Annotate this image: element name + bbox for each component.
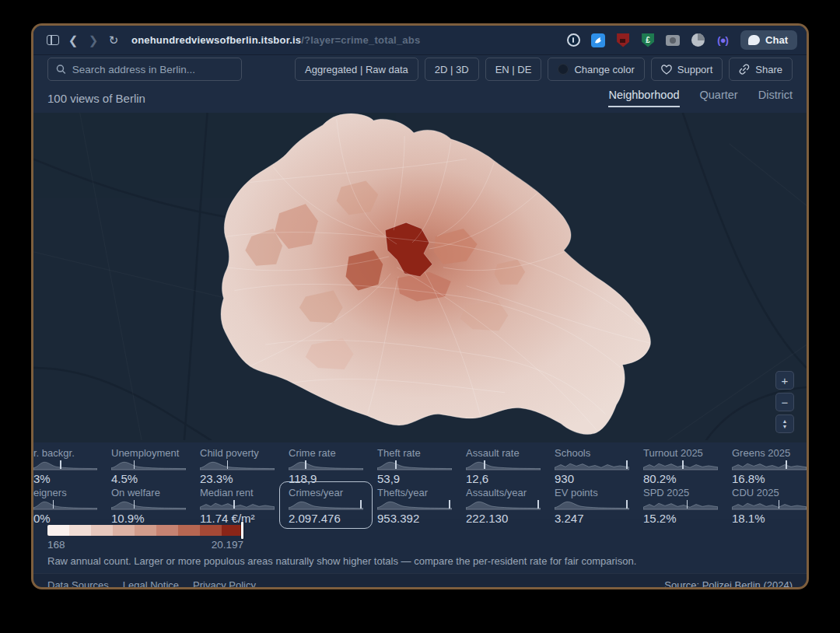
green-shield-pound-icon[interactable]: £: [641, 33, 655, 47]
legend-min: 168: [47, 539, 65, 551]
sparkline: [643, 500, 718, 510]
spark-marker: [626, 460, 628, 469]
metric-cell[interactable]: Median rent 11.74 €/m²: [200, 487, 289, 525]
dimension-toggle[interactable]: 2D | 3D: [425, 58, 479, 81]
clock-icon[interactable]: [691, 33, 705, 47]
zoom-out-button[interactable]: −: [775, 393, 794, 411]
spark-marker: [395, 460, 397, 469]
pitch-arrows-icon: ▲▼: [782, 418, 788, 429]
metric-cell[interactable]: Assault rate 12,6: [466, 447, 555, 485]
sidebar-toggle-button[interactable]: [43, 30, 63, 51]
spark-marker: [484, 460, 485, 469]
search-box[interactable]: [47, 58, 242, 81]
bird-extension-icon[interactable]: [591, 33, 605, 47]
sparkline: [111, 500, 186, 510]
sparkline: [289, 460, 363, 470]
metric-cell[interactable]: On welfare 10.9%: [111, 487, 200, 525]
spark-marker: [134, 460, 135, 469]
url-path: /?layer=crime_total_abs: [301, 34, 420, 46]
spark-marker: [626, 500, 628, 509]
metric-cell[interactable]: Thefts/year 953.392: [377, 487, 466, 525]
metric-cell[interactable]: Theft rate 53,9: [377, 447, 466, 485]
metric-cell[interactable]: EV points 3.247: [555, 487, 643, 525]
reload-button[interactable]: ↻: [103, 30, 124, 51]
tab-district[interactable]: District: [758, 89, 793, 107]
chat-button[interactable]: Chat: [740, 30, 797, 50]
chat-bubble-icon: [748, 35, 760, 45]
sparkline: [732, 500, 807, 510]
data-sources-link[interactable]: Data Sources: [47, 579, 109, 589]
sparkline: [466, 460, 541, 470]
berlin-boundary: [221, 114, 650, 434]
tab-neighborhood[interactable]: Neighborhood: [608, 89, 679, 107]
spark-marker: [682, 460, 684, 469]
data-source-label: Source: Polizei Berlin (2024): [664, 579, 793, 589]
aggregated-raw-toggle[interactable]: Aggregated | Raw data: [295, 58, 418, 81]
title-row: 100 views of Berlin Neighborhood Quarter…: [33, 83, 807, 113]
privacy-policy-link[interactable]: Privacy Policy: [193, 579, 256, 589]
metric-cell[interactable]: Unemployment 4.5%: [111, 447, 200, 485]
metric-cell[interactable]: Crime rate 118,9: [289, 447, 377, 485]
spark-marker: [537, 500, 539, 509]
red-shield-icon[interactable]: [616, 33, 630, 47]
search-icon: [56, 64, 66, 75]
zoom-in-button[interactable]: +: [775, 371, 794, 390]
spark-marker: [449, 500, 450, 509]
metric-cell[interactable]: eigners 0%: [33, 487, 111, 525]
pitch-toggle-button[interactable]: ▲▼: [775, 414, 794, 433]
url-domain: onehundredviewsofberlin.itsbor.is: [131, 34, 301, 46]
metric-cell-crimes-year[interactable]: Crimes/year 2.097.476: [289, 487, 377, 525]
sparkline: [377, 460, 452, 470]
sparkline: [732, 460, 807, 470]
spark-marker: [53, 500, 54, 509]
app-toolbar: Aggregated | Raw data 2D | 3D EN | DE Ch…: [33, 55, 807, 83]
spark-marker: [786, 460, 787, 469]
spark-marker: [687, 500, 688, 509]
search-input[interactable]: [72, 64, 233, 75]
metric-cell[interactable]: Turnout 2025 80.2%: [643, 447, 732, 485]
share-button[interactable]: Share: [729, 58, 793, 81]
metrics-panel: r. backgr. 3% Unemployment 4.5% Child po…: [33, 442, 807, 519]
legend-color-scale: [47, 525, 243, 536]
spark-marker: [227, 460, 229, 469]
support-button[interactable]: Support: [651, 58, 723, 81]
metric-cell[interactable]: Child poverty 23.3%: [200, 447, 289, 485]
berlin-map-svg: [33, 113, 807, 440]
sparkline: [643, 460, 718, 470]
metric-cell[interactable]: Assaults/year 222.130: [466, 487, 555, 525]
camera-icon[interactable]: [666, 33, 680, 47]
sparkline: [555, 500, 629, 510]
tab-quarter[interactable]: Quarter: [700, 89, 738, 107]
color-swatch-icon: [558, 64, 569, 75]
browser-window: ❮ ❯ ↻ onehundredviewsofberlin.itsbor.is/…: [31, 23, 809, 589]
choropleth-map[interactable]: + − ▲▼: [33, 113, 807, 442]
browser-chrome: ❮ ❯ ↻ onehundredviewsofberlin.itsbor.is/…: [33, 26, 807, 55]
metric-cell[interactable]: CDU 2025 18.1%: [732, 487, 809, 525]
back-button[interactable]: ❮: [63, 30, 83, 51]
metric-cell[interactable]: Schools 930: [555, 447, 643, 485]
heart-icon: [661, 65, 672, 75]
address-bar[interactable]: onehundredviewsofberlin.itsbor.is/?layer…: [131, 34, 420, 46]
legal-notice-link[interactable]: Legal Notice: [123, 579, 179, 589]
password-manager-icon[interactable]: [566, 33, 580, 47]
sparkline: [200, 460, 275, 470]
sparkline: [33, 460, 97, 470]
sidebar-icon: [47, 35, 59, 45]
forward-button[interactable]: ❯: [83, 30, 103, 51]
metric-cell[interactable]: r. backgr. 3%: [33, 447, 111, 485]
sparkline: [33, 500, 97, 510]
sparkline: [111, 460, 186, 470]
footer: Data Sources Legal Notice Privacy Policy…: [33, 573, 807, 589]
spark-marker: [779, 500, 780, 509]
metric-cell[interactable]: SPD 2025 15.2%: [643, 487, 732, 525]
sparkline: [466, 500, 541, 510]
page-title: 100 views of Berlin: [47, 92, 145, 105]
signal-icon[interactable]: (●): [716, 33, 730, 47]
layer-description: Raw annual count. Larger or more populou…: [33, 551, 807, 567]
language-toggle[interactable]: EN | DE: [485, 58, 542, 81]
metric-cell[interactable]: Greens 2025 16.8%: [732, 447, 809, 485]
spark-marker: [305, 460, 306, 469]
legend-max: 20.197: [212, 539, 243, 551]
spark-marker: [60, 460, 61, 469]
change-color-button[interactable]: Change color: [548, 58, 644, 81]
